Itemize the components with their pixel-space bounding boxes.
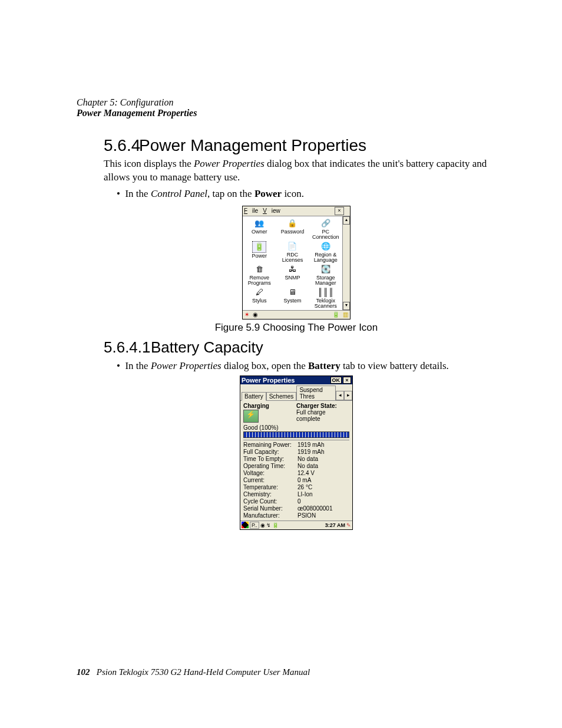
taskbar: ✶ ◉ 🔋 ▥ bbox=[243, 310, 350, 319]
cp-item-system[interactable]: 🖥System bbox=[276, 287, 309, 309]
cp-item-remove[interactable]: 🗑Remove Programs bbox=[243, 264, 276, 286]
cp-item-snmp[interactable]: 🖧SNMP bbox=[276, 264, 309, 286]
charger-state-value: Full charge complete bbox=[296, 409, 349, 422]
power-icon: 🔋 bbox=[252, 241, 266, 253]
tray-icon[interactable]: ◉ bbox=[260, 522, 265, 528]
stylus-icon[interactable]: ✎ bbox=[346, 522, 351, 528]
tab-suspend-threshold[interactable]: Suspend Thres bbox=[296, 386, 336, 400]
heading-5-6-4: 5.6.4Power Management Properties bbox=[104, 136, 489, 155]
bullet-power-properties-battery: • In the Power Properties dialog box, op… bbox=[104, 360, 489, 372]
cp-item-stylus[interactable]: 🖊Stylus bbox=[243, 287, 276, 309]
stylus-icon: 🖊 bbox=[253, 287, 266, 298]
stat-row: Cycle Count:0 bbox=[243, 498, 349, 505]
page-footer: 102 Psion Teklogix 7530 G2 Hand-Held Com… bbox=[77, 667, 310, 677]
tab-scroll-left[interactable]: ◂ bbox=[336, 391, 344, 400]
cp-item-power[interactable]: 🔋Power bbox=[243, 241, 276, 263]
tab-content-battery: Charging Charger State: Full charge comp… bbox=[240, 401, 352, 521]
tray-icon[interactable]: ◉ bbox=[253, 311, 258, 318]
stat-value: No data bbox=[297, 456, 318, 463]
stat-value: 0 bbox=[297, 498, 301, 505]
title-bar: Power Properties OK × bbox=[240, 376, 352, 384]
stat-value: No data bbox=[297, 463, 318, 470]
item-label: Storage Manager bbox=[309, 275, 342, 286]
control-panel-icon-grid: 👥Owner🔒Password🔗PC Connection🔋Power📄RDC … bbox=[243, 216, 342, 310]
close-button[interactable]: × bbox=[343, 377, 351, 384]
stat-row: Voltage:12.4 V bbox=[243, 470, 349, 477]
item-label: SNMP bbox=[276, 275, 309, 281]
region-icon: 🌐 bbox=[319, 241, 332, 252]
tab-schemes[interactable]: Schemes bbox=[266, 392, 297, 400]
cp-item-storage[interactable]: 💽Storage Manager bbox=[309, 264, 342, 286]
tray-doc-icon[interactable]: ▥ bbox=[343, 311, 348, 318]
scrollbar[interactable]: ▴ ▾ bbox=[342, 216, 350, 310]
window-title: Power Properties bbox=[242, 377, 330, 384]
stat-row: Time To Empty:No data bbox=[243, 456, 349, 463]
storage-icon: 💽 bbox=[319, 264, 332, 275]
start-icon[interactable] bbox=[242, 522, 249, 528]
battery-level-bar bbox=[243, 431, 349, 438]
tray-battery-icon[interactable]: 🔋 bbox=[272, 522, 279, 528]
cp-item-pc[interactable]: 🔗PC Connection bbox=[309, 218, 342, 240]
stat-row: Current:0 mA bbox=[243, 477, 349, 484]
power-properties-window: Power Properties OK × Battery Schemes Su… bbox=[240, 375, 353, 530]
item-label: Power bbox=[243, 253, 276, 259]
heading-number: 5.6.4.1 bbox=[104, 338, 151, 357]
start-icon[interactable]: ✶ bbox=[244, 311, 249, 318]
stat-key: Chemistry: bbox=[243, 491, 297, 498]
menu-file[interactable]: FFileile bbox=[244, 207, 258, 214]
stat-row: Remaining Power:1919 mAh bbox=[243, 442, 349, 449]
stat-value: 0 mA bbox=[297, 477, 311, 484]
item-label: Remove Programs bbox=[243, 275, 276, 286]
password-icon: 🔒 bbox=[286, 218, 299, 229]
taskbar: P.. ◉ ↯ 🔋 3:27 AM ✎ bbox=[240, 521, 352, 529]
battery-stats-list: Remaining Power:1919 mAhFull Capacity:19… bbox=[243, 442, 349, 519]
cp-item-region[interactable]: 🌐Region & Language bbox=[309, 241, 342, 263]
heading-number: 5.6.4 bbox=[104, 136, 139, 155]
stat-value: 26 °C bbox=[297, 484, 312, 491]
tab-battery[interactable]: Battery bbox=[242, 392, 266, 401]
figure-caption-5-9: Figure 5.9 Choosing The Power Icon bbox=[104, 322, 489, 334]
charging-label: Charging bbox=[243, 403, 296, 409]
cp-item-teklogix[interactable]: ║║║Teklogix Scanners bbox=[309, 287, 342, 309]
page-number: 102 bbox=[77, 667, 90, 677]
heading-title: Battery Capacity bbox=[151, 338, 263, 356]
menu-view[interactable]: View bbox=[263, 207, 280, 214]
tab-scroll-right[interactable]: ▸ bbox=[344, 391, 352, 400]
stat-key: Serial Number: bbox=[243, 505, 297, 512]
cp-item-rdc[interactable]: 📄RDC Licenses bbox=[276, 241, 309, 263]
stat-value: œ008000001 bbox=[297, 505, 333, 512]
book-title: Psion Teklogix 7530 G2 Hand-Held Compute… bbox=[97, 667, 310, 677]
stat-key: Manufacturer: bbox=[243, 512, 297, 519]
tray-battery-icon[interactable]: 🔋 bbox=[332, 311, 339, 318]
stat-key: Temperature: bbox=[243, 484, 297, 491]
cp-item-owner[interactable]: 👥Owner bbox=[243, 218, 276, 240]
stat-value: 1919 mAh bbox=[297, 449, 325, 456]
rdc-icon: 📄 bbox=[286, 241, 299, 252]
pc-icon: 🔗 bbox=[319, 218, 332, 229]
system-icon: 🖥 bbox=[286, 287, 299, 298]
scroll-down-icon[interactable]: ▾ bbox=[343, 302, 350, 310]
taskbar-app-button[interactable]: P.. bbox=[250, 522, 259, 529]
bullet-control-panel-power: • In the Control Panel, tap on the Power… bbox=[104, 188, 489, 200]
scroll-track[interactable] bbox=[343, 225, 350, 302]
tray-network-icon[interactable]: ↯ bbox=[266, 522, 271, 528]
stat-key: Time To Empty: bbox=[243, 456, 297, 463]
stat-row: Manufacturer:PSION bbox=[243, 512, 349, 519]
scroll-up-icon[interactable]: ▴ bbox=[343, 216, 350, 225]
item-label: Owner bbox=[243, 229, 276, 235]
stat-key: Full Capacity: bbox=[243, 449, 297, 456]
stat-row: Full Capacity:1919 mAh bbox=[243, 449, 349, 456]
owner-icon: 👥 bbox=[253, 218, 266, 229]
stat-key: Voltage: bbox=[243, 470, 297, 477]
item-label: Stylus bbox=[243, 298, 276, 304]
ok-button[interactable]: OK bbox=[330, 377, 342, 384]
menu-bar: FFileile View × bbox=[243, 206, 350, 216]
stat-value: 1919 mAh bbox=[297, 442, 325, 449]
stat-value: PSION bbox=[297, 512, 316, 519]
item-label: Region & Language bbox=[309, 252, 342, 263]
close-button[interactable]: × bbox=[335, 207, 344, 215]
stat-value: 12.4 V bbox=[297, 470, 315, 477]
stat-row: Serial Number:œ008000001 bbox=[243, 505, 349, 512]
cp-item-password[interactable]: 🔒Password bbox=[276, 218, 309, 240]
stat-value: LI-Ion bbox=[297, 491, 313, 498]
